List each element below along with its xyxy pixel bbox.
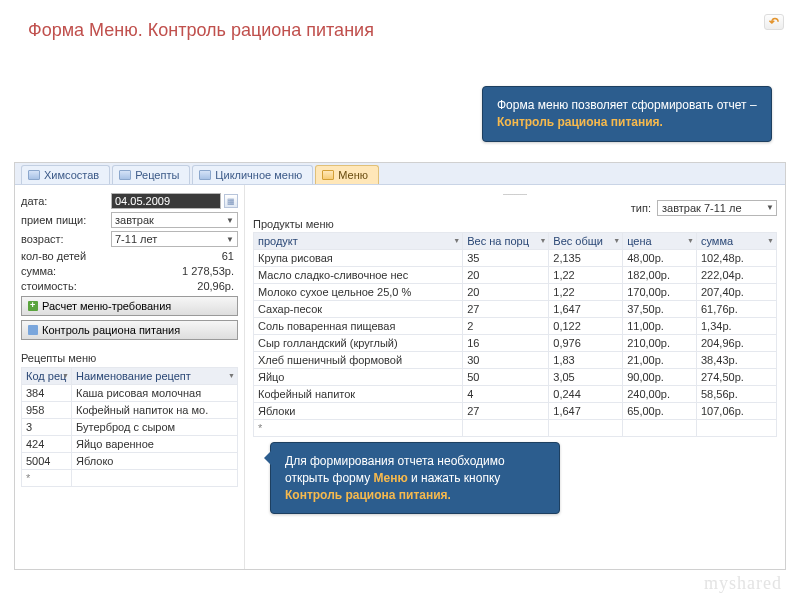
table-row[interactable]: Сыр голландский (круглый)160,976210,00р.… <box>254 335 777 352</box>
left-panel: дата: 04.05.2009 ▦ прием пищи: завтрак▼ … <box>15 185 245 569</box>
tab-menu[interactable]: Меню <box>315 165 379 184</box>
chevron-down-icon: ▼ <box>226 216 234 225</box>
table-row[interactable]: 424Яйцо варенное <box>22 436 238 453</box>
products-heading: Продукты меню <box>253 218 777 230</box>
plus-icon <box>28 301 38 311</box>
callout-top-text: Форма меню позволяет сформировать отчет … <box>497 98 757 112</box>
meal-value: завтрак <box>115 214 154 226</box>
calc-menu-button[interactable]: Расчет меню-требования <box>21 296 238 316</box>
tab-cyclic-menu[interactable]: Цикличное меню <box>192 165 313 184</box>
watermark: myshared <box>704 573 782 594</box>
new-row[interactable]: * <box>22 470 238 487</box>
chevron-down-icon: ▼ <box>766 203 774 212</box>
recipes-col-code[interactable]: Код рец▼ <box>22 368 72 385</box>
products-col-product[interactable]: продукт▼ <box>254 233 463 250</box>
table-row[interactable]: Крупа рисовая352,13548,00р.102,48р. <box>254 250 777 267</box>
table-row[interactable]: Хлеб пшеничный формовой301,8321,00р.38,4… <box>254 352 777 369</box>
page-title: Форма Меню. Контроль рациона питания <box>0 0 800 41</box>
calc-button-label: Расчет меню-требования <box>42 300 171 312</box>
tab-label: Рецепты <box>135 169 179 181</box>
new-row[interactable]: * <box>254 420 777 437</box>
chevron-down-icon: ▼ <box>453 237 460 244</box>
table-row[interactable]: Яблоки271,64765,00р.107,06р. <box>254 403 777 420</box>
children-value: 61 <box>111 250 238 262</box>
calendar-icon[interactable]: ▦ <box>224 194 238 208</box>
type-select[interactable]: завтрак 7-11 ле▼ <box>657 200 777 216</box>
table-icon <box>28 170 40 180</box>
table-row[interactable]: 384Каша рисовая молочная <box>22 385 238 402</box>
sum-value: 1 278,53р. <box>111 265 238 277</box>
chevron-down-icon: ▼ <box>228 372 235 379</box>
callout-top-accent: Контроль рациона питания. <box>497 115 663 129</box>
table-row[interactable]: Сахар-песок271,64737,50р.61,76р. <box>254 301 777 318</box>
tab-label: Цикличное меню <box>215 169 302 181</box>
callout-bottom-accent2: Контроль рациона питания. <box>285 488 451 502</box>
date-label: дата: <box>21 195 111 207</box>
table-icon <box>322 170 334 180</box>
back-button[interactable]: ↶ <box>764 14 784 30</box>
grip-icon: ┄┄┄┄ <box>253 189 777 200</box>
recipes-table[interactable]: Код рец▼ Наименование рецепт▼ 384Каша ри… <box>21 367 238 487</box>
table-row[interactable]: Соль поваренная пищевая20,12211,00р.1,34… <box>254 318 777 335</box>
callout-top: Форма меню позволяет сформировать отчет … <box>482 86 772 142</box>
sum-label: сумма: <box>21 265 111 277</box>
cost-value: 20,96р. <box>111 280 238 292</box>
table-icon <box>199 170 211 180</box>
meal-select[interactable]: завтрак▼ <box>111 212 238 228</box>
age-value: 7-11 лет <box>115 233 157 245</box>
table-icon <box>119 170 131 180</box>
tab-label: Меню <box>338 169 368 181</box>
chevron-down-icon: ▼ <box>226 235 234 244</box>
cost-label: стоимость: <box>21 280 111 292</box>
callout-bottom-accent1: Меню <box>373 471 407 485</box>
back-icon: ↶ <box>769 15 779 29</box>
products-col-price[interactable]: цена▼ <box>623 233 697 250</box>
tab-recipes[interactable]: Рецепты <box>112 165 190 184</box>
table-row[interactable]: Яйцо503,0590,00р.274,50р. <box>254 369 777 386</box>
report-icon <box>28 325 38 335</box>
age-label: возраст: <box>21 233 111 245</box>
chevron-down-icon: ▼ <box>767 237 774 244</box>
tab-bar: Химсостав Рецепты Цикличное меню Меню <box>15 163 785 185</box>
chevron-down-icon: ▼ <box>613 237 620 244</box>
products-table[interactable]: продукт▼ Вес на порц▼ Вес общи▼ цена▼ су… <box>253 232 777 437</box>
type-label: тип: <box>631 202 651 214</box>
callout-bottom-text2: и нажать кнопку <box>408 471 501 485</box>
table-row[interactable]: Масло сладко-сливочное нес201,22182,00р.… <box>254 267 777 284</box>
meal-label: прием пищи: <box>21 214 111 226</box>
control-button-label: Контроль рациона питания <box>42 324 180 336</box>
chevron-down-icon: ▼ <box>539 237 546 244</box>
date-value: 04.05.2009 <box>115 195 170 207</box>
table-row[interactable]: Молоко сухое цельное 25,0 %201,22170,00р… <box>254 284 777 301</box>
type-value: завтрак 7-11 ле <box>662 202 742 214</box>
table-row[interactable]: 958Кофейный напиток на мо. <box>22 402 238 419</box>
table-row[interactable]: Кофейный напиток40,244240,00р.58,56р. <box>254 386 777 403</box>
children-label: кол-во детей <box>21 250 111 262</box>
recipes-col-name[interactable]: Наименование рецепт▼ <box>72 368 238 385</box>
table-row[interactable]: 5004Яблоко <box>22 453 238 470</box>
diet-control-button[interactable]: Контроль рациона питания <box>21 320 238 340</box>
tab-label: Химсостав <box>44 169 99 181</box>
table-row[interactable]: 3Бутерброд с сыром <box>22 419 238 436</box>
callout-bottom: Для формирования отчета необходимо откры… <box>270 442 560 514</box>
products-col-sum[interactable]: сумма▼ <box>696 233 776 250</box>
products-col-weight-portion[interactable]: Вес на порц▼ <box>463 233 549 250</box>
date-field[interactable]: 04.05.2009 <box>111 193 221 209</box>
chevron-down-icon: ▼ <box>687 237 694 244</box>
age-select[interactable]: 7-11 лет▼ <box>111 231 238 247</box>
tab-chemcomp[interactable]: Химсостав <box>21 165 110 184</box>
products-col-weight-total[interactable]: Вес общи▼ <box>549 233 623 250</box>
chevron-down-icon: ▼ <box>62 372 69 379</box>
recipes-heading: Рецепты меню <box>21 352 238 364</box>
